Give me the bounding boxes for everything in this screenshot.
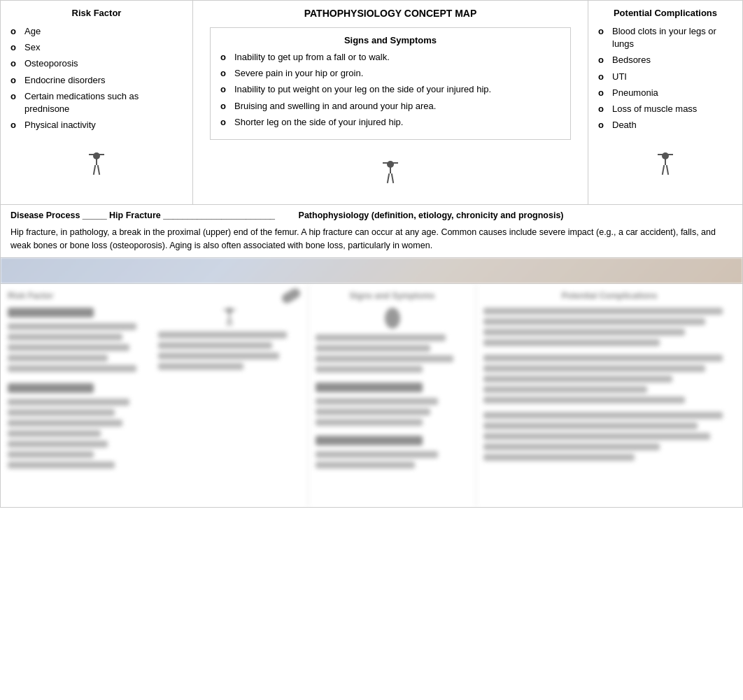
top-section: Risk Factor o Age o Sex o Osteoporosis o… [0, 0, 743, 205]
bullet-icon: o [598, 103, 607, 115]
blurred-line [316, 334, 446, 341]
blurred-subheader [8, 383, 151, 469]
lower-right-group2 [483, 355, 735, 403]
list-item: o Endocrine disorders [10, 74, 183, 87]
lower-right-group1 [483, 308, 735, 346]
complication-1: Blood clots in your legs or lungs [612, 25, 733, 50]
lower-figure [223, 308, 236, 326]
blurred-line [316, 451, 438, 458]
complication-5: Loss of muscle mass [612, 103, 697, 115]
blurred-line [483, 339, 660, 346]
lower-title-left: Risk Factor [8, 291, 53, 301]
risk-factor-column: Risk Factor o Age o Sex o Osteoporosis o… [1, 1, 193, 204]
blurred-line [316, 462, 415, 469]
list-item: o Inability to put weight on your leg on… [220, 83, 560, 96]
list-item: o Physical inactivity [10, 119, 183, 131]
blurred-line [316, 366, 423, 373]
sf-body [229, 310, 230, 319]
figure-body [390, 164, 391, 173]
bullet-icon: o [598, 54, 607, 66]
blurred-line [8, 399, 129, 406]
lower-col-half-1 [8, 308, 151, 472]
symptom-5: Shorter leg on the side of your injured … [234, 116, 403, 129]
sf-arms [223, 309, 236, 310]
oval-icon [385, 308, 400, 329]
blurred-line [316, 355, 453, 362]
complication-4: Pneumonia [612, 87, 658, 99]
bullet-icon: o [220, 83, 229, 96]
list-item: o Death [598, 119, 733, 131]
blurred-line [8, 334, 122, 341]
blurred-line [158, 342, 273, 349]
blurred-line [483, 365, 705, 372]
signs-symptoms-list: o Inability to get up from a fall or to … [220, 51, 560, 129]
list-item: o Osteoporosis [10, 57, 183, 70]
figure-leg-right [666, 165, 669, 175]
complications-list: o Blood clots in your legs or lungs o Be… [598, 25, 733, 131]
blurred-line [483, 318, 705, 325]
lower-middle: Signs and Symptoms [309, 284, 476, 507]
symptom-4: Bruising and swelling in and around your… [234, 100, 436, 113]
concept-map-title: PATHOPHYSIOLOGY CONCEPT MAP [203, 8, 578, 19]
blurred-line [8, 344, 129, 351]
symptom-2: Severe pain in your hip or groin. [234, 67, 363, 80]
lower-middle-title: Signs and Symptoms [316, 291, 469, 301]
blurred-middle-sub [316, 383, 469, 426]
pill-icon [280, 287, 302, 305]
blurred-line [8, 420, 122, 427]
list-item: o Bruising and swelling in and around yo… [220, 100, 560, 113]
figure-body [665, 155, 666, 165]
blurred-line [483, 376, 672, 383]
list-item: o Certain medications such as prednisone [10, 90, 183, 115]
blurred-line [8, 462, 115, 469]
blurred-line [8, 441, 108, 448]
bullet-icon: o [10, 90, 19, 103]
bullet-icon: o [220, 100, 229, 113]
blurred-line [8, 323, 136, 330]
lower-right: Potential Complications [476, 284, 742, 507]
blurred-line [158, 352, 280, 359]
risk-item-osteoporosis: Osteoporosis [24, 57, 78, 70]
disease-process-label: Disease Process _____ Hip Fracture _____… [10, 210, 275, 220]
list-item: o Pneumonia [598, 87, 733, 99]
complications-column: Potential Complications o Blood clots in… [588, 1, 742, 204]
bullet-icon: o [598, 87, 607, 99]
figure-leg-right [391, 173, 394, 183]
blurred-line [316, 408, 430, 415]
risk-item-inactivity: Physical inactivity [24, 119, 96, 131]
list-item: o Age [10, 25, 183, 38]
blurred-line [483, 412, 723, 419]
blurred-line [483, 422, 698, 429]
blurred-line [483, 433, 710, 440]
lower-section: Risk Factor [0, 258, 743, 508]
blurred-header [316, 436, 423, 445]
blurred-line [483, 454, 635, 461]
blurred-line [8, 355, 108, 362]
figure-legs [657, 165, 674, 175]
right-figure-row [598, 145, 733, 189]
risk-item-endocrine: Endocrine disorders [24, 74, 106, 87]
figure-leg-left [93, 165, 96, 175]
stick-figure-center [382, 161, 399, 194]
bullet-icon: o [598, 119, 607, 131]
bullet-icon: o [220, 116, 229, 129]
sf-leg-r [230, 319, 232, 326]
complications-title: Potential Complications [598, 8, 733, 18]
symptom-1: Inability to get up from a fall or to wa… [234, 51, 390, 64]
bullet-icon: o [220, 51, 229, 64]
risk-factor-list: o Age o Sex o Osteoporosis o Endocrine d… [10, 25, 183, 131]
list-item: o Blood clots in your legs or lungs [598, 25, 733, 50]
blurred-line [316, 398, 438, 405]
blurred-line [483, 355, 723, 362]
blurred-banner [1, 258, 742, 283]
concept-map-column: PATHOPHYSIOLOGY CONCEPT MAP Signs and Sy… [193, 1, 588, 204]
disease-process-section: Disease Process _____ Hip Fracture _____… [0, 205, 743, 259]
list-item: o Loss of muscle mass [598, 103, 733, 115]
blurred-line [8, 365, 136, 372]
blurred-line [8, 430, 101, 437]
complication-2: Bedsores [612, 54, 651, 66]
figure-legs [88, 165, 105, 175]
sf-head [227, 308, 232, 313]
stick-figure-right [657, 152, 674, 186]
bullet-icon: o [10, 41, 19, 54]
